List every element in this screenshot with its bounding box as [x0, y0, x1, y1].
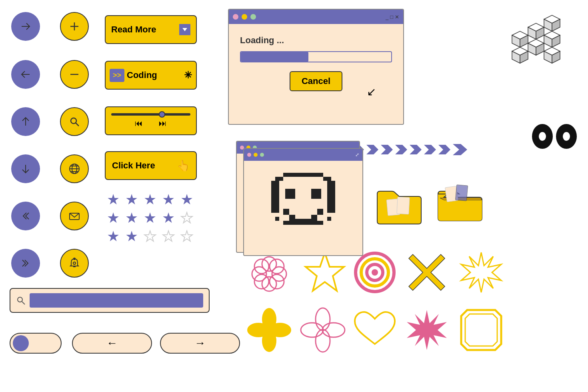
cancel-button-wrap: Cancel ↙	[240, 71, 392, 91]
double-left-arrow-button[interactable]	[11, 202, 40, 230]
expand-icon[interactable]: ⤢	[355, 152, 359, 158]
pixel-smiley-face	[259, 165, 347, 253]
star-3-2[interactable]: ★	[123, 228, 140, 245]
click-here-button[interactable]: Click Here 👆	[105, 151, 197, 180]
svg-point-73	[252, 267, 266, 281]
window-titlebar: _ □ ✕	[229, 10, 403, 24]
globe-button[interactable]	[60, 154, 89, 183]
starburst-pink-icon	[405, 308, 449, 352]
svg-rect-39	[285, 189, 295, 199]
star-1-1[interactable]: ★	[105, 191, 122, 208]
star-2-2[interactable]: ★	[123, 210, 140, 226]
media-player-button[interactable]: ⏮ ★ ⏭	[105, 106, 197, 135]
window-body: Loading ... Cancel ↙	[229, 24, 403, 98]
slider-thumb	[159, 111, 165, 118]
star-2-5[interactable]: ★	[178, 210, 195, 226]
play-star-icon[interactable]: ★	[147, 118, 155, 128]
3d-cubes	[500, 7, 580, 95]
star-3-3[interactable]: ★	[142, 228, 158, 245]
chevron-7	[438, 145, 450, 154]
chevron-2	[366, 145, 378, 154]
cancel-button[interactable]: Cancel	[290, 71, 342, 91]
close-icon[interactable]: ✕	[395, 14, 399, 20]
mail-button[interactable]	[60, 202, 89, 230]
right-double-arrow-pill[interactable]: →	[160, 333, 240, 354]
double-right-arrow-button[interactable]	[11, 249, 40, 278]
svg-rect-70	[455, 185, 468, 201]
svg-point-89	[264, 325, 274, 335]
spiral-icon	[353, 250, 397, 294]
minus-button[interactable]	[60, 60, 89, 89]
svg-rect-27	[283, 181, 323, 185]
star-1-3[interactable]: ★	[142, 191, 158, 208]
window-close-dot[interactable]	[233, 14, 238, 20]
svg-point-77	[254, 274, 269, 289]
pointer-cursor-icon: ↙	[367, 85, 376, 98]
star-2-4[interactable]: ★	[160, 210, 177, 226]
star-ratings: ★ ★ ★ ★ ★ ★ ★ ★ ★ ★ ★ ★ ★ ★ ★	[105, 191, 195, 245]
left-double-arrow-icon: ←	[106, 337, 118, 350]
svg-rect-25	[271, 181, 279, 213]
eye-white-left	[539, 132, 546, 141]
search-input[interactable]	[30, 293, 203, 308]
media-controls: ⏮ ★ ⏭	[135, 118, 167, 128]
svg-rect-24	[323, 177, 331, 181]
restore-icon[interactable]: □	[390, 14, 393, 20]
spark-icon: ✳	[184, 70, 192, 81]
svg-point-75	[254, 259, 269, 274]
star-1-4[interactable]: ★	[160, 191, 177, 208]
star-1-2[interactable]: ★	[123, 191, 140, 208]
window-minimize-dot[interactable]	[242, 14, 247, 20]
window-controls-text: _ □ ✕	[386, 14, 399, 20]
star-3-5[interactable]: ★	[178, 228, 195, 245]
chevron-arrow-tip	[453, 144, 467, 155]
eyes-decoration	[532, 124, 577, 149]
svg-point-76	[270, 259, 284, 274]
svg-point-78	[270, 274, 284, 289]
search-bar[interactable]	[10, 288, 210, 313]
star-2-1[interactable]: ★	[105, 210, 122, 226]
swin-dot-f1	[247, 153, 251, 157]
up-arrow-button[interactable]	[11, 107, 40, 136]
plus-button[interactable]	[60, 12, 89, 41]
click-here-label: Click Here	[112, 160, 155, 171]
prev-icon[interactable]: ⏮	[135, 119, 143, 128]
eye-right	[556, 124, 577, 149]
star-3-1[interactable]: ★	[105, 228, 122, 245]
chevron-6	[424, 145, 436, 154]
svg-rect-23	[275, 177, 283, 181]
left-double-arrow-pill[interactable]: ←	[72, 333, 152, 354]
toggle-switch[interactable]	[10, 333, 62, 354]
chevron-4	[395, 145, 407, 154]
star-1-5[interactable]: ★	[178, 191, 195, 208]
next-icon[interactable]: ⏭	[159, 119, 167, 128]
swin-dot-f2	[254, 153, 258, 157]
window-maximize-dot[interactable]	[250, 14, 256, 20]
chevron-5	[410, 145, 422, 154]
eye-white-right	[563, 132, 570, 141]
search-button[interactable]	[60, 107, 89, 136]
bell-button[interactable]	[60, 249, 89, 278]
left-arrow-button[interactable]	[11, 60, 40, 89]
down-arrow-button[interactable]	[11, 154, 40, 183]
star-3-4[interactable]: ★	[160, 228, 177, 245]
read-more-button[interactable]: Read More	[105, 15, 197, 44]
svg-rect-43	[289, 215, 295, 221]
flower-pink-icon	[247, 252, 291, 296]
progress-fill	[241, 52, 308, 62]
svg-point-19	[18, 297, 22, 302]
svg-rect-40	[311, 189, 321, 199]
loading-text: Loading ...	[240, 35, 392, 46]
four-petal-yellow-icon	[247, 308, 291, 352]
svg-point-7	[71, 118, 76, 124]
slider-track[interactable]	[111, 113, 190, 116]
coding-button[interactable]: >> Coding ✳	[105, 61, 197, 90]
star-yellow-icon	[301, 249, 349, 297]
minimize-icon[interactable]: _	[386, 14, 388, 20]
x-cross-icon	[405, 250, 449, 294]
right-arrow-button[interactable]	[11, 12, 40, 41]
svg-point-17	[73, 262, 76, 264]
star-2-3[interactable]: ★	[142, 210, 158, 226]
chevron-3	[381, 145, 393, 154]
progress-bar	[240, 51, 392, 62]
